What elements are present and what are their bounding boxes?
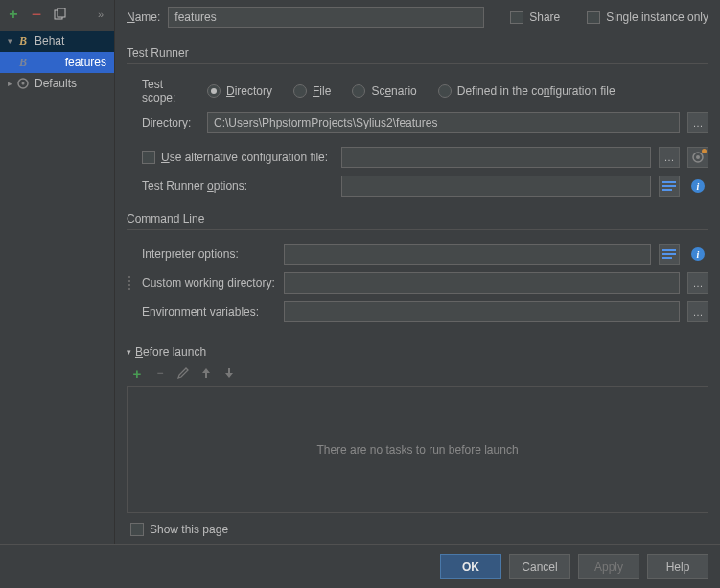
chevron-down-icon: ▾ — [4, 36, 15, 46]
tree-node-label: features — [35, 56, 110, 69]
info-button[interactable]: i — [687, 176, 708, 197]
move-up-button[interactable] — [197, 365, 215, 382]
checkbox-icon — [510, 11, 523, 24]
scope-scenario-radio[interactable]: Scenario — [352, 84, 416, 98]
config-gear-button[interactable] — [687, 147, 708, 168]
browse-alt-config-button[interactable]: … — [659, 147, 680, 168]
tree-node-defaults[interactable]: ▸ Defaults — [0, 73, 114, 94]
move-down-button[interactable] — [221, 365, 238, 382]
help-button[interactable]: Help — [647, 554, 708, 579]
svg-point-5 — [696, 155, 700, 159]
add-task-button[interactable]: + — [128, 365, 146, 382]
remove-task-button[interactable]: − — [151, 365, 169, 382]
config-tree[interactable]: ▾ B Behat B features ▸ Defaults — [0, 29, 114, 544]
empty-list-text: There are no tasks to run before launch — [316, 443, 518, 457]
command-line-title: Command Line — [127, 208, 708, 230]
gear-icon — [15, 76, 31, 91]
name-input[interactable] — [168, 7, 484, 28]
scope-directory-radio[interactable]: Directory — [207, 84, 272, 98]
browse-directory-button[interactable]: … — [687, 112, 708, 133]
checkbox-icon — [587, 11, 600, 24]
expand-toolbar-button[interactable]: » — [91, 5, 110, 24]
expand-options-button[interactable] — [659, 176, 680, 197]
browse-env-button[interactable]: … — [687, 301, 708, 322]
svg-point-3 — [22, 82, 25, 85]
tree-node-features[interactable]: B features — [0, 52, 114, 73]
svg-rect-1 — [58, 8, 65, 17]
checkbox-icon — [142, 151, 155, 164]
directory-label: Directory: — [142, 116, 199, 129]
before-launch-toggle[interactable]: ▾ Before launch — [127, 343, 708, 361]
cwd-label: Custom working directory: — [142, 276, 276, 290]
svg-rect-11 — [662, 257, 672, 259]
svg-rect-6 — [662, 181, 676, 183]
svg-rect-8 — [662, 189, 672, 191]
runner-options-label: Test Runner options: — [142, 179, 334, 193]
share-checkbox[interactable]: Share — [510, 11, 560, 24]
name-label: Name: — [127, 11, 160, 24]
before-launch-list[interactable]: There are no tasks to run before launch — [127, 386, 708, 513]
behat-icon: B — [15, 34, 31, 49]
show-page-checkbox[interactable]: Show this page — [130, 523, 228, 536]
tree-node-label: Behat — [35, 35, 110, 48]
interpreter-input[interactable] — [284, 244, 651, 265]
info-button[interactable]: i — [687, 244, 708, 265]
svg-rect-10 — [662, 253, 676, 255]
radio-icon — [207, 84, 221, 98]
remove-config-button[interactable]: − — [27, 5, 46, 24]
svg-rect-7 — [662, 185, 676, 187]
env-label: Environment variables: — [142, 305, 276, 318]
svg-rect-9 — [662, 249, 676, 251]
runner-options-input[interactable] — [341, 176, 651, 197]
chevron-down-icon: ▾ — [127, 347, 131, 357]
cancel-button[interactable]: Cancel — [509, 554, 570, 579]
scope-config-radio[interactable]: Defined in the configuration file — [438, 84, 615, 98]
browse-cwd-button[interactable]: … — [687, 272, 708, 294]
alt-config-checkbox[interactable]: Use alternative configuration file: — [142, 151, 334, 164]
tree-node-label: Defaults — [35, 77, 110, 90]
radio-icon — [438, 84, 452, 98]
env-input[interactable] — [284, 301, 680, 322]
tree-node-behat[interactable]: ▾ B Behat — [0, 31, 114, 52]
edit-task-button[interactable] — [174, 365, 192, 382]
scope-file-radio[interactable]: File — [293, 84, 331, 98]
radio-icon — [352, 84, 365, 98]
alt-config-input[interactable] — [341, 147, 651, 168]
interpreter-label: Interpreter options: — [142, 247, 276, 261]
expand-interpreter-button[interactable] — [659, 244, 680, 265]
copy-config-button[interactable] — [50, 5, 69, 24]
directory-input[interactable] — [207, 112, 680, 133]
radio-icon — [293, 84, 307, 98]
apply-button[interactable]: Apply — [578, 554, 639, 579]
cwd-input[interactable] — [284, 272, 680, 294]
chevron-right-icon: ▸ — [4, 79, 15, 88]
single-instance-checkbox[interactable]: Single instance only — [587, 11, 708, 24]
behat-icon: B — [15, 55, 31, 70]
test-scope-label: Test scope: — [142, 78, 199, 105]
test-runner-title: Test Runner — [127, 42, 708, 64]
ok-button[interactable]: OK — [440, 554, 501, 579]
add-config-button[interactable]: + — [4, 5, 23, 24]
checkbox-icon — [130, 523, 144, 536]
